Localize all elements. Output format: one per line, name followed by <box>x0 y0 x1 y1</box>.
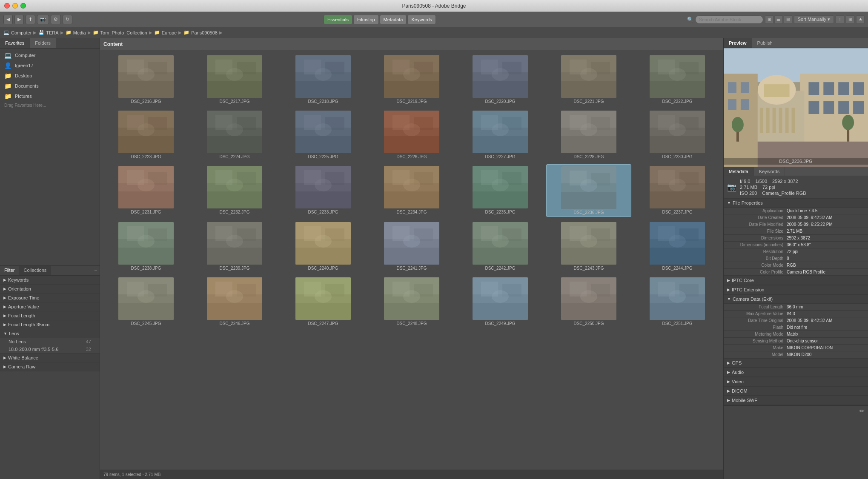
camera-button[interactable]: 📷 <box>37 15 49 24</box>
thumb-item[interactable]: DSC_2245.JPG <box>103 276 189 328</box>
thumb-item[interactable]: DSC_2225.JPG <box>281 109 366 161</box>
filter-raw-header[interactable]: ▶ Camera Raw <box>0 362 100 371</box>
filter-keywords-header[interactable]: ▶ Keywords <box>0 276 100 284</box>
thumb-item[interactable]: DSC_2220.JPG <box>458 54 543 105</box>
meta-gps-header[interactable]: ▶ GPS <box>724 359 868 368</box>
meta-swf-header[interactable]: ▶ Mobile SWF <box>724 396 868 405</box>
workspace-filmstrip[interactable]: Filmstrip <box>353 15 379 24</box>
filter-wb-header[interactable]: ▶ White Balance <box>0 354 100 362</box>
minimize-button[interactable] <box>12 3 18 9</box>
meta-video-header[interactable]: ▶ Video <box>724 377 868 386</box>
filter-focal35-header[interactable]: ▶ Focal Length 35mm <box>0 320 100 329</box>
meta-iptc-header[interactable]: ▶ IPTC Core <box>724 276 868 285</box>
ascending-sort-button[interactable]: ↑ <box>836 15 844 24</box>
close-button[interactable] <box>4 3 10 9</box>
workspace-keywords[interactable]: Keywords <box>407 15 435 24</box>
grid-view-button[interactable]: ⊞ <box>765 15 773 24</box>
meta-dicom-header[interactable]: ▶ DICOM <box>724 387 868 396</box>
filter-orientation-header[interactable]: ▶ Orientation <box>0 285 100 293</box>
thumb-item[interactable]: DSC_2230.JPG <box>635 109 720 161</box>
edit-metadata-button[interactable]: ✏ <box>859 408 865 414</box>
search-input[interactable] <box>695 15 763 24</box>
thumb-item[interactable]: DSC_2228.JPG <box>546 109 631 161</box>
svg-rect-116 <box>561 192 616 209</box>
filter-lens: ▼ Lens No Lens 47 18.0-200.0 mm f/3.5-5.… <box>0 329 100 354</box>
thumb-item[interactable]: DSC_2238.JPG <box>103 220 189 272</box>
thumb-item[interactable]: DSC_2237.JPG <box>635 164 720 217</box>
view-toggle-button[interactable]: ⊞ <box>846 15 854 24</box>
breadcrumb-computer[interactable]: 💻 Computer <box>3 30 32 35</box>
thumb-item[interactable]: DSC_2244.JPG <box>635 220 720 272</box>
tools-button[interactable]: ⚙ <box>51 15 61 24</box>
back-button[interactable]: ◀ <box>3 15 13 24</box>
thumb-item[interactable]: DSC_2239.JPG <box>192 220 277 272</box>
reveal-button[interactable]: ⬆ <box>26 15 35 24</box>
filter-aperture-header[interactable]: ▶ Aperture Value <box>0 302 100 311</box>
fav-computer[interactable]: 💻 Computer <box>0 50 100 60</box>
meta-audio-header[interactable]: ▶ Audio <box>724 368 868 377</box>
workspace-metadata[interactable]: Metadata <box>380 15 407 24</box>
thumb-item[interactable]: DSC_2248.JPG <box>369 276 454 328</box>
thumb-item[interactable]: DSC_2235.JPG <box>458 164 543 217</box>
tab-metadata[interactable]: Metadata <box>724 167 754 176</box>
list-view-button[interactable]: ☰ <box>774 15 783 24</box>
svg-rect-62 <box>384 136 439 153</box>
thumb-item[interactable]: DSC_2233.JPG <box>281 164 366 217</box>
filter-close-button[interactable]: − <box>92 266 100 275</box>
tab-collections[interactable]: Collections <box>19 266 51 275</box>
rating-button[interactable]: ★ <box>856 15 865 24</box>
thumb-item[interactable]: DSC_2240.JPG <box>281 220 366 272</box>
tab-preview[interactable]: Preview <box>724 38 752 48</box>
thumb-item[interactable]: DSC_2246.JPG <box>192 276 277 328</box>
thumb-item[interactable]: DSC_2249.JPG <box>458 276 543 328</box>
thumb-item[interactable]: DSC_2219.JPG <box>369 54 454 105</box>
refresh-button[interactable]: ↻ <box>63 15 72 24</box>
thumb-item[interactable]: DSC_2236.JPG <box>546 164 631 217</box>
thumb-item[interactable]: DSC_2223.JPG <box>103 109 189 161</box>
breadcrumb-paris[interactable]: 📁 Paris090508 <box>183 30 218 35</box>
forward-button[interactable]: ▶ <box>14 15 24 24</box>
thumb-item[interactable]: DSC_2250.JPG <box>546 276 631 328</box>
thumb-item[interactable]: DSC_2234.JPG <box>369 164 454 217</box>
meta-file-header[interactable]: ▼ File Properties <box>724 199 868 208</box>
thumb-item[interactable]: DSC_2227.JPG <box>458 109 543 161</box>
thumb-item[interactable]: DSC_2247.JPG <box>281 276 366 328</box>
thumb-item[interactable]: DSC_2221.JPG <box>546 54 631 105</box>
tab-favorites[interactable]: Favorites <box>0 38 30 48</box>
tab-publish[interactable]: Publish <box>752 38 778 48</box>
tab-folders[interactable]: Folders <box>30 38 56 48</box>
thumb-item[interactable]: DSC_2231.JPG <box>103 164 189 217</box>
filter-no-lens[interactable]: No Lens 47 <box>0 338 100 345</box>
thumb-item[interactable]: DSC_2217.JPG <box>192 54 277 105</box>
thumb-item[interactable]: DSC_2242.JPG <box>458 220 543 272</box>
fav-user[interactable]: 👤 tgreen17 <box>0 60 100 71</box>
filter-lens-18-200[interactable]: 18.0-200.0 mm f/3.5-5.6 32 <box>0 345 100 353</box>
thumb-item[interactable]: DSC_2216.JPG <box>103 54 189 105</box>
thumb-item[interactable]: DSC_2251.JPG <box>635 276 720 328</box>
thumb-item[interactable]: DSC_2222.JPG <box>635 54 720 105</box>
fav-documents[interactable]: 📁 Documents <box>0 81 100 91</box>
thumb-item[interactable]: DSC_2224.JPG <box>192 109 277 161</box>
filter-focal-length-header[interactable]: ▶ Focal Length <box>0 311 100 320</box>
fav-pictures[interactable]: 📁 Pictures <box>0 91 100 101</box>
meta-exif-header[interactable]: ▼ Camera Data (Exif) <box>724 295 868 304</box>
tab-filter[interactable]: Filter <box>0 266 19 275</box>
thumb-item[interactable]: DSC_2218.JPG <box>281 54 366 105</box>
maximize-button[interactable] <box>20 3 26 9</box>
filter-lens-header[interactable]: ▼ Lens <box>0 329 100 338</box>
filter-exposure-header[interactable]: ▶ Exposure Time <box>0 294 100 302</box>
breadcrumb-europe[interactable]: 📁 Europe <box>154 30 177 35</box>
details-view-button[interactable]: ⊟ <box>784 15 792 24</box>
tab-keywords[interactable]: Keywords <box>754 167 785 176</box>
thumb-item[interactable]: DSC_2241.JPG <box>369 220 454 272</box>
workspace-essentials[interactable]: Essentials <box>324 15 352 24</box>
thumb-item[interactable]: DSC_2243.JPG <box>546 220 631 272</box>
meta-iptc-ext-header[interactable]: ▶ IPTC Extension <box>724 285 868 294</box>
breadcrumb-tom[interactable]: 📁 Tom_Photo_Collection <box>93 30 147 35</box>
fav-desktop[interactable]: 📁 Desktop <box>0 71 100 81</box>
sort-button[interactable]: Sort Manually ▾ <box>794 15 834 24</box>
thumb-item[interactable]: DSC_2232.JPG <box>192 164 277 217</box>
breadcrumb-tera[interactable]: 💾 TERA <box>38 30 58 35</box>
breadcrumb-media[interactable]: 📁 Media <box>66 30 86 35</box>
thumb-item[interactable]: DSC_2226.JPG <box>369 109 454 161</box>
